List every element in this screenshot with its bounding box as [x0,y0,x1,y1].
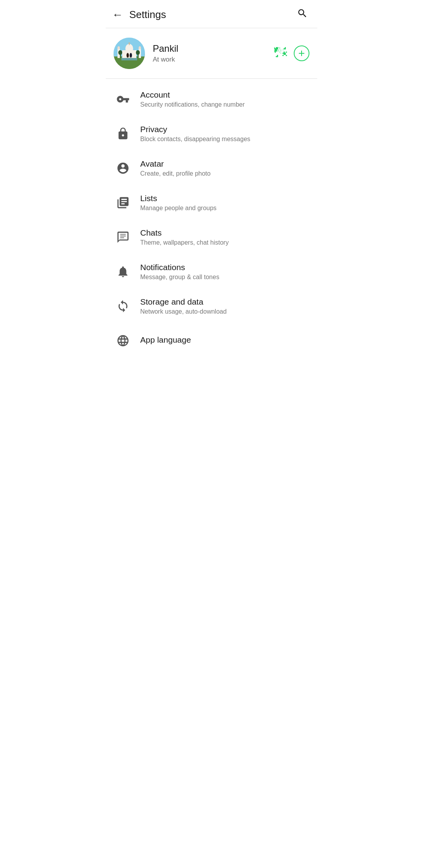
privacy-title: Privacy [140,125,308,134]
language-title: App language [140,335,308,345]
profile-status: At work [153,56,266,64]
add-account-button[interactable] [294,45,309,61]
avatar-title: Avatar [140,159,308,169]
avatar-text: Avatar Create, edit, profile photo [140,159,308,177]
svg-point-8 [118,46,120,49]
account-text: Account Security notifications, change n… [140,90,308,108]
svg-point-10 [139,46,141,49]
settings-item-notifications[interactable]: Notifications Message, group & call tone… [106,254,317,289]
profile-actions [274,45,309,62]
avatar-icon [115,160,131,176]
lock-icon [115,126,131,142]
account-title: Account [140,90,308,100]
language-text: App language [140,335,308,346]
settings-item-account[interactable]: Account Security notifications, change n… [106,82,317,116]
svg-point-12 [130,53,132,58]
lists-icon [115,195,131,211]
chats-title: Chats [140,228,308,238]
notifications-subtitle: Message, group & call tones [140,274,308,281]
settings-item-avatar[interactable]: Avatar Create, edit, profile photo [106,151,317,185]
app-header: ← Settings [106,0,317,28]
page-title: Settings [129,9,166,21]
notifications-title: Notifications [140,263,308,272]
privacy-text: Privacy Block contacts, disappearing mes… [140,125,308,143]
settings-item-chats[interactable]: Chats Theme, wallpapers, chat history [106,220,317,254]
svg-point-5 [128,42,130,44]
chats-text: Chats Theme, wallpapers, chat history [140,228,308,246]
profile-info: Pankil At work [153,43,266,64]
settings-list: Account Security notifications, change n… [106,79,317,361]
key-icon [115,91,131,107]
avatar-subtitle: Create, edit, profile photo [140,170,308,177]
notifications-text: Notifications Message, group & call tone… [140,263,308,281]
storage-text: Storage and data Network usage, auto-dow… [140,297,308,315]
storage-subtitle: Network usage, auto-download [140,308,308,315]
lists-title: Lists [140,194,308,203]
chats-subtitle: Theme, wallpapers, chat history [140,239,308,246]
profile-avatar [114,38,145,69]
chats-icon [115,229,131,245]
settings-item-language[interactable]: App language [106,323,317,358]
svg-point-14 [118,50,122,55]
settings-item-storage[interactable]: Storage and data Network usage, auto-dow… [106,289,317,323]
account-subtitle: Security notifications, change number [140,101,308,108]
qr-code-button[interactable] [274,45,287,62]
search-button[interactable] [297,8,308,22]
back-button[interactable]: ← [112,9,123,20]
profile-name: Pankil [153,43,266,54]
globe-icon [115,333,131,349]
lists-text: Lists Manage people and groups [140,194,308,212]
svg-point-16 [136,50,140,55]
settings-item-lists[interactable]: Lists Manage people and groups [106,185,317,220]
header-left: ← Settings [112,9,166,21]
storage-title: Storage and data [140,297,308,307]
profile-section[interactable]: Pankil At work [106,28,317,78]
svg-point-11 [127,53,129,58]
settings-item-privacy[interactable]: Privacy Block contacts, disappearing mes… [106,116,317,151]
bell-icon [115,264,131,280]
lists-subtitle: Manage people and groups [140,205,308,212]
storage-icon [115,298,131,314]
privacy-subtitle: Block contacts, disappearing messages [140,136,308,143]
